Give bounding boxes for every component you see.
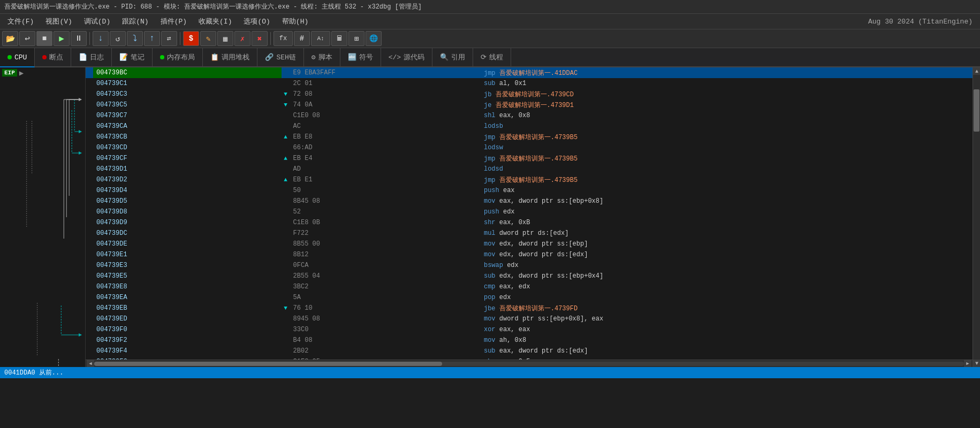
v-scrollbar[interactable]: ▲ ▼ (973, 67, 980, 367)
instruction-cell[interactable]: je 吾爱破解培训第一.4739D1 (481, 100, 973, 110)
instruction-cell[interactable]: pop edx (481, 292, 973, 303)
address-cell[interactable]: 004739D5 (93, 196, 282, 207)
bp-column[interactable] (86, 324, 93, 335)
address-cell[interactable]: 004739DC (93, 228, 282, 239)
scroll-down-arrow[interactable]: ▼ (973, 360, 980, 367)
table-row[interactable]: 004739E83BC2cmp eax, edx (86, 281, 973, 292)
pause-button[interactable]: ⏸ (71, 31, 87, 46)
instruction-cell[interactable]: jmp 吾爱破解培训第一.4739B5 (481, 153, 973, 164)
instruction-cell[interactable]: mov eax, dword ptr ss:[ebp+0x8] (481, 196, 973, 207)
calc-button[interactable]: 🖩 (331, 31, 347, 46)
bp-column[interactable] (86, 303, 93, 314)
memory-button[interactable]: ▦ (217, 31, 233, 46)
table-row[interactable]: 004739EA5Apop edx (86, 292, 973, 303)
bp-column[interactable] (86, 228, 93, 239)
instruction-cell[interactable]: push edx (481, 207, 973, 217)
scroll-track[interactable] (973, 75, 980, 360)
close-button[interactable]: ✖ (252, 31, 268, 46)
font-button[interactable]: A↕ (311, 31, 330, 46)
menu-debug[interactable]: 调试(D) (79, 15, 116, 28)
instruction-cell[interactable]: shr eax, 0xB (481, 217, 973, 228)
table-row[interactable]: 004739EB▼76 10jbe 吾爱破解培训第一.4739FD (86, 303, 973, 314)
address-cell[interactable]: 004739F4 (93, 346, 282, 356)
menu-help[interactable]: 帮助(H) (277, 15, 314, 28)
table-row[interactable]: 004739CF▲EB E4jmp 吾爱破解培训第一.4739B5 (86, 153, 973, 164)
disasm-scroll-area[interactable]: 004739BCE9 EBA3FAFFjmp 吾爱破解培训第一.41DDAC00… (86, 67, 973, 360)
bp-column[interactable] (86, 185, 93, 196)
step-over-button[interactable]: ⤵ (127, 31, 143, 46)
address-cell[interactable]: 004739C5 (93, 100, 282, 110)
bp-column[interactable] (86, 89, 93, 100)
instruction-cell[interactable]: sub edx, dword ptr ss:[ebp+0x4] (481, 271, 973, 281)
instruction-cell[interactable]: push eax (481, 185, 973, 196)
menu-view[interactable]: 视图(V) (40, 15, 77, 28)
tab-callstack[interactable]: 📋 调用堆栈 (203, 48, 257, 66)
instruction-cell[interactable]: jmp 吾爱破解培训第一.41DDAC (481, 67, 973, 78)
address-cell[interactable]: 004739D2 (93, 174, 282, 185)
table-row[interactable]: 004739D450push eax (86, 185, 973, 196)
tab-seh[interactable]: 🔗 SEH链 (257, 48, 303, 66)
instruction-cell[interactable]: shl eax, 0x8 (481, 110, 973, 121)
address-cell[interactable]: 004739D9 (93, 217, 282, 228)
bp-column[interactable] (86, 239, 93, 249)
instruction-cell[interactable]: jb 吾爱破解培训第一.4739CD (481, 89, 973, 100)
tab-log[interactable]: 📄 日志 (71, 48, 112, 66)
tab-symbols[interactable]: 🔤 符号 (340, 48, 381, 66)
table-row[interactable]: 004739C7C1E0 08shl eax, 0x8 (86, 110, 973, 121)
table-row[interactable]: 004739F033C0xor eax, eax (86, 324, 973, 335)
bp-column[interactable] (86, 271, 93, 281)
table-row[interactable]: 004739CB▲EB E8jmp 吾爱破解培训第一.4739B5 (86, 132, 973, 142)
address-cell[interactable]: 004739E3 (93, 260, 282, 271)
menu-plugins[interactable]: 插件(P) (155, 15, 192, 28)
trace-button[interactable]: ⇄ (161, 31, 177, 46)
instruction-cell[interactable]: mov dword ptr ss:[ebp+0x8], eax (481, 314, 973, 324)
address-cell[interactable]: 004739EB (93, 303, 282, 314)
address-cell[interactable]: 004739DE (93, 239, 282, 249)
bp-column[interactable] (86, 100, 93, 110)
menu-file[interactable]: 文件(F) (2, 15, 39, 28)
address-cell[interactable]: 004739E1 (93, 249, 282, 260)
undo-button[interactable]: ↩ (19, 31, 35, 46)
table-row[interactable]: 004739CD66:ADlodsw (86, 142, 973, 153)
instruction-cell[interactable]: mov edx, dword ptr ds:[edx] (481, 249, 973, 260)
address-cell[interactable]: 004739BC (93, 67, 282, 78)
instruction-cell[interactable]: lodsb (481, 121, 973, 132)
table-row[interactable]: 004739C3▼72 08jb 吾爱破解培训第一.4739CD (86, 89, 973, 100)
restart-button[interactable]: ↺ (110, 31, 126, 46)
step-into-button[interactable]: ↓ (93, 31, 109, 46)
instruction-cell[interactable]: mov edx, dword ptr ss:[ebp] (481, 239, 973, 249)
table-row[interactable]: 004739BCE9 EBA3FAFFjmp 吾爱破解培训第一.41DDAC (86, 67, 973, 78)
address-cell[interactable]: 004739D1 (93, 164, 282, 174)
bp-column[interactable] (86, 346, 93, 356)
address-cell[interactable]: 004739CF (93, 153, 282, 164)
scroll-up-arrow[interactable]: ▲ (973, 67, 980, 75)
address-cell[interactable]: 004739EA (93, 292, 282, 303)
open-button[interactable]: 📂 (2, 31, 18, 46)
address-cell[interactable]: 004739C7 (93, 110, 282, 121)
bp-column[interactable] (86, 260, 93, 271)
h-scrollbar[interactable]: ◀ ▶ (86, 360, 973, 367)
table-row[interactable]: 004739D852push edx (86, 207, 973, 217)
bp-column[interactable] (86, 217, 93, 228)
instruction-cell[interactable]: jbe 吾爱破解培训第一.4739FD (481, 303, 973, 314)
address-cell[interactable]: 004739ED (93, 314, 282, 324)
hash-button[interactable]: # (294, 31, 310, 46)
bp-column[interactable] (86, 110, 93, 121)
bp-column[interactable] (86, 249, 93, 260)
edit-button[interactable]: ✎ (200, 31, 216, 46)
table-row[interactable]: 004739F2B4 08mov ah, 0x8 (86, 335, 973, 346)
table-row[interactable]: 004739E30FCAbswap edx (86, 260, 973, 271)
instruction-cell[interactable]: mov ah, 0x8 (481, 335, 973, 346)
instruction-cell[interactable]: cmp eax, edx (481, 281, 973, 292)
instruction-cell[interactable]: lodsw (481, 142, 973, 153)
table-row[interactable]: 004739D58B45 08mov eax, dword ptr ss:[eb… (86, 196, 973, 207)
bp-column[interactable] (86, 132, 93, 142)
step-out-button[interactable]: ↑ (144, 31, 160, 46)
h-scroll-track[interactable] (94, 362, 964, 366)
address-cell[interactable]: 004739E5 (93, 271, 282, 281)
address-cell[interactable]: 004739CB (93, 132, 282, 142)
address-cell[interactable]: 004739F0 (93, 324, 282, 335)
tab-threads[interactable]: ⟳ 线程 (473, 48, 511, 66)
tab-breakpoint[interactable]: 断点 (35, 48, 71, 66)
table-row[interactable]: 004739C12C 01sub al, 0x1 (86, 78, 973, 89)
